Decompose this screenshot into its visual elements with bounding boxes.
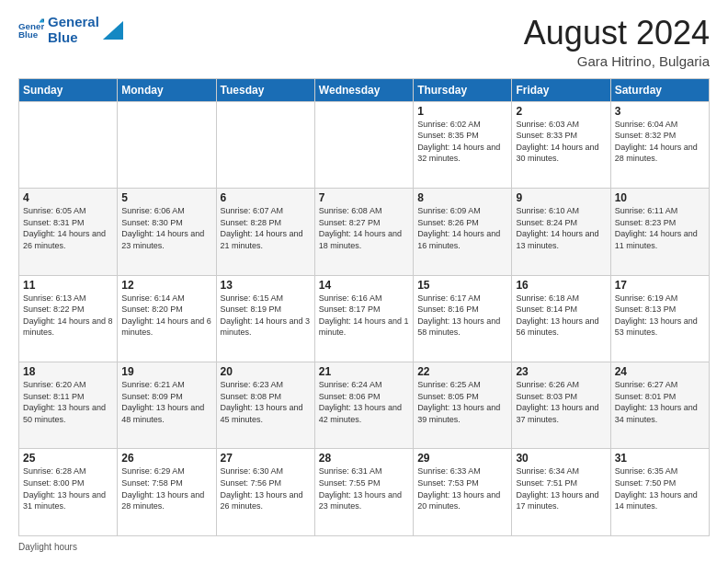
day-number: 28	[319, 452, 409, 465]
day-info: Sunrise: 6:28 AM Sunset: 8:00 PM Dayligh…	[23, 465, 113, 511]
daylight-hours-label: Daylight hours	[18, 542, 77, 552]
day-info: Sunrise: 6:05 AM Sunset: 8:31 PM Dayligh…	[23, 205, 113, 251]
calendar-header-monday: Monday	[118, 78, 216, 101]
calendar-cell: 31Sunrise: 6:35 AM Sunset: 7:50 PM Dayli…	[610, 449, 709, 536]
day-number: 31	[615, 452, 705, 465]
day-number: 27	[221, 452, 311, 465]
calendar-cell: 8Sunrise: 6:09 AM Sunset: 8:26 PM Daylig…	[414, 189, 512, 275]
day-info: Sunrise: 6:17 AM Sunset: 8:16 PM Dayligh…	[417, 293, 507, 339]
calendar-cell	[118, 101, 216, 188]
calendar-cell: 12Sunrise: 6:14 AM Sunset: 8:20 PM Dayli…	[118, 275, 216, 362]
day-info: Sunrise: 6:23 AM Sunset: 8:08 PM Dayligh…	[221, 379, 311, 425]
day-info: Sunrise: 6:26 AM Sunset: 8:03 PM Dayligh…	[516, 379, 606, 425]
day-number: 10	[615, 191, 705, 204]
day-number: 9	[516, 191, 606, 204]
calendar-cell: 30Sunrise: 6:34 AM Sunset: 7:51 PM Dayli…	[512, 449, 610, 536]
calendar-header-row: SundayMondayTuesdayWednesdayThursdayFrid…	[19, 78, 710, 101]
day-info: Sunrise: 6:08 AM Sunset: 8:27 PM Dayligh…	[319, 205, 409, 251]
calendar-week-row: 18Sunrise: 6:20 AM Sunset: 8:11 PM Dayli…	[19, 362, 710, 449]
calendar-cell: 2Sunrise: 6:03 AM Sunset: 8:33 PM Daylig…	[512, 101, 610, 188]
calendar-cell: 27Sunrise: 6:30 AM Sunset: 7:56 PM Dayli…	[216, 449, 314, 536]
calendar-header-sunday: Sunday	[19, 78, 118, 101]
calendar-cell: 6Sunrise: 6:07 AM Sunset: 8:28 PM Daylig…	[216, 189, 314, 275]
calendar-cell: 14Sunrise: 6:16 AM Sunset: 8:17 PM Dayli…	[314, 275, 413, 362]
calendar-cell: 21Sunrise: 6:24 AM Sunset: 8:06 PM Dayli…	[314, 362, 413, 449]
svg-text:Blue: Blue	[18, 29, 39, 40]
calendar-cell: 10Sunrise: 6:11 AM Sunset: 8:23 PM Dayli…	[610, 189, 709, 275]
day-info: Sunrise: 6:30 AM Sunset: 7:56 PM Dayligh…	[221, 465, 311, 511]
calendar-cell: 9Sunrise: 6:10 AM Sunset: 8:24 PM Daylig…	[512, 189, 610, 275]
day-number: 15	[417, 279, 507, 292]
day-number: 11	[23, 279, 113, 292]
calendar-cell: 24Sunrise: 6:27 AM Sunset: 8:01 PM Dayli…	[610, 362, 709, 449]
calendar-cell: 25Sunrise: 6:28 AM Sunset: 8:00 PM Dayli…	[19, 449, 118, 536]
day-number: 16	[516, 279, 606, 292]
day-number: 19	[121, 365, 211, 378]
calendar-cell: 11Sunrise: 6:13 AM Sunset: 8:22 PM Dayli…	[19, 275, 118, 362]
day-number: 3	[615, 105, 705, 118]
day-info: Sunrise: 6:25 AM Sunset: 8:05 PM Dayligh…	[417, 379, 507, 425]
day-info: Sunrise: 6:02 AM Sunset: 8:35 PM Dayligh…	[417, 119, 507, 165]
day-number: 12	[121, 279, 211, 292]
day-number: 13	[221, 279, 311, 292]
calendar-week-row: 25Sunrise: 6:28 AM Sunset: 8:00 PM Dayli…	[19, 449, 710, 536]
logo: General Blue General Blue	[18, 15, 123, 45]
day-info: Sunrise: 6:24 AM Sunset: 8:06 PM Dayligh…	[319, 379, 409, 425]
day-number: 30	[516, 452, 606, 465]
calendar-table: SundayMondayTuesdayWednesdayThursdayFrid…	[18, 78, 710, 536]
day-info: Sunrise: 6:04 AM Sunset: 8:32 PM Dayligh…	[615, 119, 705, 165]
day-info: Sunrise: 6:34 AM Sunset: 7:51 PM Dayligh…	[516, 465, 606, 511]
footer: Daylight hours	[18, 542, 710, 552]
svg-marker-5	[103, 21, 123, 40]
calendar-cell	[216, 101, 314, 188]
day-info: Sunrise: 6:31 AM Sunset: 7:55 PM Dayligh…	[319, 465, 409, 511]
day-info: Sunrise: 6:18 AM Sunset: 8:14 PM Dayligh…	[516, 293, 606, 339]
day-number: 22	[417, 365, 507, 378]
day-info: Sunrise: 6:03 AM Sunset: 8:33 PM Dayligh…	[516, 119, 606, 165]
day-number: 4	[23, 191, 113, 204]
day-info: Sunrise: 6:21 AM Sunset: 8:09 PM Dayligh…	[121, 379, 211, 425]
calendar-cell: 13Sunrise: 6:15 AM Sunset: 8:19 PM Dayli…	[216, 275, 314, 362]
calendar-cell: 7Sunrise: 6:08 AM Sunset: 8:27 PM Daylig…	[314, 189, 413, 275]
day-number: 23	[516, 365, 606, 378]
calendar-cell: 22Sunrise: 6:25 AM Sunset: 8:05 PM Dayli…	[414, 362, 512, 449]
day-number: 1	[417, 105, 507, 118]
day-info: Sunrise: 6:29 AM Sunset: 7:58 PM Dayligh…	[121, 465, 211, 511]
calendar-cell: 16Sunrise: 6:18 AM Sunset: 8:14 PM Dayli…	[512, 275, 610, 362]
day-info: Sunrise: 6:14 AM Sunset: 8:20 PM Dayligh…	[121, 293, 211, 339]
day-number: 21	[319, 365, 409, 378]
day-info: Sunrise: 6:15 AM Sunset: 8:19 PM Dayligh…	[221, 293, 311, 339]
day-number: 2	[516, 105, 606, 118]
day-number: 18	[23, 365, 113, 378]
calendar-cell: 18Sunrise: 6:20 AM Sunset: 8:11 PM Dayli…	[19, 362, 118, 449]
logo-icon: General Blue	[18, 17, 44, 43]
calendar-header-tuesday: Tuesday	[216, 78, 314, 101]
day-number: 24	[615, 365, 705, 378]
day-info: Sunrise: 6:07 AM Sunset: 8:28 PM Dayligh…	[221, 205, 311, 251]
calendar-cell: 19Sunrise: 6:21 AM Sunset: 8:09 PM Dayli…	[118, 362, 216, 449]
day-number: 14	[319, 279, 409, 292]
logo-triangle-icon	[103, 21, 123, 40]
calendar-week-row: 1Sunrise: 6:02 AM Sunset: 8:35 PM Daylig…	[19, 101, 710, 188]
page: General Blue General Blue August 2024 Ga…	[0, 0, 728, 563]
day-number: 5	[121, 191, 211, 204]
logo-line1: General	[48, 15, 99, 30]
day-info: Sunrise: 6:20 AM Sunset: 8:11 PM Dayligh…	[23, 379, 113, 425]
calendar-cell: 4Sunrise: 6:05 AM Sunset: 8:31 PM Daylig…	[19, 189, 118, 275]
title-block: August 2024 Gara Hitrino, Bulgaria	[524, 15, 710, 69]
calendar-cell: 26Sunrise: 6:29 AM Sunset: 7:58 PM Dayli…	[118, 449, 216, 536]
calendar-week-row: 4Sunrise: 6:05 AM Sunset: 8:31 PM Daylig…	[19, 189, 710, 275]
calendar-cell: 15Sunrise: 6:17 AM Sunset: 8:16 PM Dayli…	[414, 275, 512, 362]
day-number: 8	[417, 191, 507, 204]
day-number: 17	[615, 279, 705, 292]
day-number: 25	[23, 452, 113, 465]
calendar-header-wednesday: Wednesday	[314, 78, 413, 101]
day-info: Sunrise: 6:10 AM Sunset: 8:24 PM Dayligh…	[516, 205, 606, 251]
day-number: 20	[221, 365, 311, 378]
calendar-cell: 28Sunrise: 6:31 AM Sunset: 7:55 PM Dayli…	[314, 449, 413, 536]
header: General Blue General Blue August 2024 Ga…	[18, 15, 710, 69]
day-info: Sunrise: 6:27 AM Sunset: 8:01 PM Dayligh…	[615, 379, 705, 425]
calendar-header-saturday: Saturday	[610, 78, 709, 101]
day-number: 26	[121, 452, 211, 465]
calendar-cell: 5Sunrise: 6:06 AM Sunset: 8:30 PM Daylig…	[118, 189, 216, 275]
